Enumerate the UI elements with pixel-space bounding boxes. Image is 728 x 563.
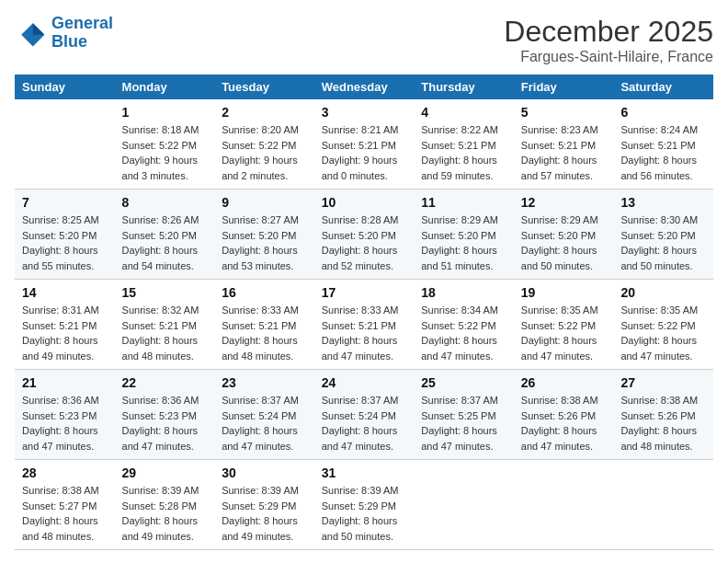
day-number: 22	[122, 375, 208, 390]
sunrise-text: Sunrise: 8:38 AM	[620, 393, 706, 408]
sunrise-text: Sunrise: 8:24 AM	[620, 122, 706, 138]
weekday-header: Thursday	[414, 75, 514, 99]
day-number: 16	[222, 285, 307, 300]
day-info: Sunrise: 8:23 AMSunset: 5:21 PMDaylight:…	[521, 122, 607, 183]
weekday-header: Friday	[514, 75, 614, 99]
calendar-week-row: 21Sunrise: 8:36 AMSunset: 5:23 PMDayligh…	[15, 370, 713, 460]
day-number: 3	[322, 105, 407, 120]
calendar-week-row: 14Sunrise: 8:31 AMSunset: 5:21 PMDayligh…	[15, 280, 713, 370]
calendar-day-cell: 5Sunrise: 8:23 AMSunset: 5:21 PMDaylight…	[514, 99, 614, 190]
calendar-day-cell: 15Sunrise: 8:32 AMSunset: 5:21 PMDayligh…	[115, 280, 215, 370]
calendar-day-cell: 25Sunrise: 8:37 AMSunset: 5:25 PMDayligh…	[414, 370, 514, 460]
daylight-text: Daylight: 8 hours	[222, 333, 307, 349]
day-info: Sunrise: 8:38 AMSunset: 5:26 PMDaylight:…	[620, 393, 706, 454]
daylight-minutes: and 2 minutes.	[222, 168, 307, 184]
daylight-text: Daylight: 8 hours	[122, 243, 208, 259]
daylight-text: Daylight: 8 hours	[521, 333, 607, 349]
day-info: Sunrise: 8:39 AMSunset: 5:28 PMDaylight:…	[122, 483, 208, 544]
daylight-text: Daylight: 8 hours	[620, 333, 706, 349]
day-info: Sunrise: 8:38 AMSunset: 5:27 PMDaylight:…	[22, 483, 108, 544]
sunrise-text: Sunrise: 8:21 AM	[322, 122, 407, 138]
daylight-text: Daylight: 8 hours	[22, 243, 108, 259]
daylight-minutes: and 49 minutes.	[222, 529, 307, 545]
sunrise-text: Sunrise: 8:36 AM	[122, 393, 208, 408]
day-number: 24	[322, 375, 407, 390]
sunset-text: Sunset: 5:21 PM	[322, 318, 407, 334]
day-info: Sunrise: 8:24 AMSunset: 5:21 PMDaylight:…	[620, 122, 706, 183]
day-number: 19	[521, 285, 607, 300]
daylight-text: Daylight: 8 hours	[22, 423, 108, 439]
sunrise-text: Sunrise: 8:32 AM	[122, 303, 208, 318]
daylight-text: Daylight: 8 hours	[521, 423, 607, 439]
calendar-day-cell: 23Sunrise: 8:37 AMSunset: 5:24 PMDayligh…	[214, 370, 314, 460]
calendar-day-cell: 17Sunrise: 8:33 AMSunset: 5:21 PMDayligh…	[314, 280, 415, 370]
daylight-minutes: and 47 minutes.	[620, 349, 706, 364]
day-info: Sunrise: 8:22 AMSunset: 5:21 PMDaylight:…	[421, 122, 506, 183]
calendar-day-cell: 4Sunrise: 8:22 AMSunset: 5:21 PMDaylight…	[414, 99, 514, 190]
day-number: 12	[521, 195, 607, 210]
sunrise-text: Sunrise: 8:29 AM	[421, 213, 506, 228]
daylight-minutes: and 47 minutes.	[222, 439, 307, 454]
day-info: Sunrise: 8:29 AMSunset: 5:20 PMDaylight:…	[421, 213, 506, 273]
day-info: Sunrise: 8:38 AMSunset: 5:26 PMDaylight:…	[521, 393, 607, 454]
weekday-header-row: SundayMondayTuesdayWednesdayThursdayFrid…	[15, 75, 713, 99]
day-info: Sunrise: 8:33 AMSunset: 5:21 PMDaylight:…	[322, 303, 407, 363]
sunset-text: Sunset: 5:21 PM	[521, 138, 607, 154]
daylight-text: Daylight: 8 hours	[222, 243, 307, 259]
daylight-minutes: and 47 minutes.	[521, 349, 607, 364]
daylight-minutes: and 50 minutes.	[322, 529, 407, 545]
daylight-minutes: and 47 minutes.	[421, 349, 506, 364]
day-number: 26	[521, 375, 607, 390]
daylight-minutes: and 47 minutes.	[322, 349, 407, 364]
logo-text: General Blue	[51, 15, 113, 52]
day-number: 17	[322, 285, 407, 300]
daylight-minutes: and 51 minutes.	[421, 259, 506, 274]
sunrise-text: Sunrise: 8:23 AM	[521, 122, 607, 138]
calendar-week-row: 7Sunrise: 8:25 AMSunset: 5:20 PMDaylight…	[15, 190, 713, 280]
daylight-minutes: and 48 minutes.	[22, 529, 108, 545]
sunrise-text: Sunrise: 8:39 AM	[222, 483, 307, 499]
logo-general: General	[51, 14, 113, 32]
calendar-day-cell: 11Sunrise: 8:29 AMSunset: 5:20 PMDayligh…	[414, 190, 514, 280]
calendar-day-cell: 8Sunrise: 8:26 AMSunset: 5:20 PMDaylight…	[115, 190, 215, 280]
sunrise-text: Sunrise: 8:38 AM	[521, 393, 607, 408]
day-number: 8	[122, 195, 208, 210]
sunrise-text: Sunrise: 8:20 AM	[222, 122, 307, 138]
sunset-text: Sunset: 5:24 PM	[222, 408, 307, 424]
day-number: 10	[322, 195, 407, 210]
day-info: Sunrise: 8:27 AMSunset: 5:20 PMDaylight:…	[222, 213, 307, 273]
day-number: 7	[22, 195, 108, 210]
day-info: Sunrise: 8:35 AMSunset: 5:22 PMDaylight:…	[620, 303, 706, 363]
day-number: 1	[122, 105, 208, 120]
daylight-text: Daylight: 8 hours	[421, 333, 506, 349]
sunrise-text: Sunrise: 8:33 AM	[322, 303, 407, 318]
day-info: Sunrise: 8:30 AMSunset: 5:20 PMDaylight:…	[620, 213, 706, 273]
sunset-text: Sunset: 5:20 PM	[322, 228, 407, 244]
title-block: December 2025 Fargues-Saint-Hilaire, Fra…	[504, 15, 713, 65]
day-info: Sunrise: 8:36 AMSunset: 5:23 PMDaylight:…	[22, 393, 108, 454]
daylight-minutes: and 47 minutes.	[322, 439, 407, 454]
calendar-day-cell: 27Sunrise: 8:38 AMSunset: 5:26 PMDayligh…	[613, 370, 713, 460]
sunrise-text: Sunrise: 8:29 AM	[521, 213, 607, 228]
day-number: 25	[421, 375, 506, 390]
sunset-text: Sunset: 5:28 PM	[122, 499, 208, 514]
sunset-text: Sunset: 5:22 PM	[620, 318, 706, 334]
sunrise-text: Sunrise: 8:34 AM	[421, 303, 506, 318]
sunset-text: Sunset: 5:21 PM	[122, 318, 208, 334]
calendar-day-cell: 21Sunrise: 8:36 AMSunset: 5:23 PMDayligh…	[15, 370, 115, 460]
sunrise-text: Sunrise: 8:37 AM	[421, 393, 506, 408]
daylight-text: Daylight: 8 hours	[620, 153, 706, 168]
sunset-text: Sunset: 5:21 PM	[22, 318, 108, 334]
daylight-text: Daylight: 8 hours	[322, 513, 407, 529]
weekday-header: Saturday	[613, 75, 713, 99]
daylight-minutes: and 52 minutes.	[322, 259, 407, 274]
daylight-minutes: and 47 minutes.	[22, 439, 108, 454]
sunrise-text: Sunrise: 8:22 AM	[421, 122, 506, 138]
sunset-text: Sunset: 5:23 PM	[22, 408, 108, 424]
sunrise-text: Sunrise: 8:36 AM	[22, 393, 108, 408]
calendar-day-cell	[15, 99, 115, 190]
calendar-day-cell: 26Sunrise: 8:38 AMSunset: 5:26 PMDayligh…	[514, 370, 614, 460]
sunset-text: Sunset: 5:22 PM	[421, 318, 506, 334]
daylight-minutes: and 47 minutes.	[421, 439, 506, 454]
calendar-day-cell: 20Sunrise: 8:35 AMSunset: 5:22 PMDayligh…	[613, 280, 713, 370]
